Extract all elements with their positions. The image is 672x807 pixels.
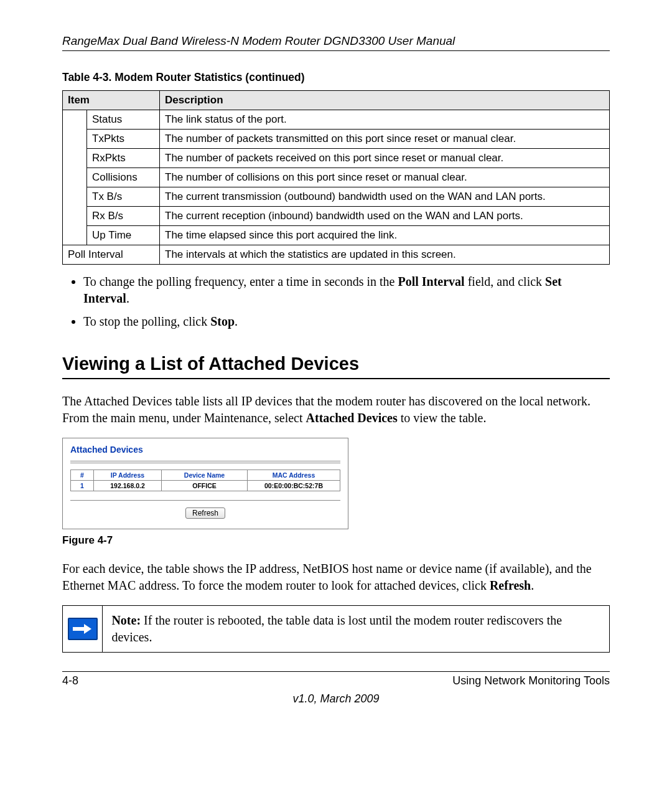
td-num: 1	[71, 481, 94, 491]
paragraph: The Attached Devices table lists all IP …	[62, 393, 610, 427]
row-desc: The number of packets transmitted on thi…	[160, 130, 610, 149]
note-text: Note: If the router is rebooted, the tab…	[103, 606, 609, 652]
text: If the router is rebooted, the table dat…	[111, 613, 562, 644]
text: to view the table.	[398, 411, 487, 425]
text: .	[126, 291, 129, 305]
list-item: To change the polling frequency, enter a…	[83, 273, 610, 307]
bold-text: Poll Interval	[398, 275, 464, 288]
text: To stop the polling, click	[83, 314, 210, 328]
row-desc: The number of packets received on this p…	[160, 149, 610, 168]
th-device-name: Device Name	[162, 470, 248, 481]
td-mac: 00:E0:00:BC:52:7B	[248, 481, 340, 491]
running-header: RangeMax Dual Band Wireless-N Modem Rout…	[62, 34, 610, 48]
text: To change the polling frequency, enter a…	[83, 275, 398, 288]
bold-text: Attached Devices	[306, 411, 398, 425]
th-ip: IP Address	[94, 470, 162, 481]
refresh-button[interactable]: Refresh	[185, 507, 225, 519]
version-date: v1.0, March 2009	[62, 692, 610, 706]
bold-text: Stop	[210, 314, 235, 328]
row-desc: The link status of the port.	[160, 110, 610, 130]
header-rule	[62, 50, 610, 51]
row-item: RxPkts	[87, 149, 160, 168]
text: field, and click	[465, 275, 545, 288]
row-item: Tx B/s	[87, 187, 160, 207]
td-device-name: OFFICE	[162, 481, 248, 491]
note-label: Note:	[111, 613, 141, 627]
row-item-poll: Poll Interval	[63, 245, 160, 265]
attached-devices-figure: Attached Devices # IP Address Device Nam…	[62, 438, 348, 529]
section-heading: Viewing a List of Attached Devices	[62, 354, 610, 374]
bullet-list: To change the polling frequency, enter a…	[62, 273, 610, 330]
paragraph: For each device, the table shows the IP …	[62, 560, 610, 594]
row-item: Up Time	[87, 226, 160, 245]
note-icon-cell	[63, 606, 102, 652]
figure-rules	[70, 461, 340, 463]
figure-title: Attached Devices	[70, 445, 340, 455]
bold-text: Refresh	[490, 578, 531, 592]
footer-row: 4-8 Using Network Monitoring Tools	[62, 674, 610, 687]
row-desc-poll: The intervals at which the statistics ar…	[160, 245, 610, 265]
row-item: TxPkts	[87, 130, 160, 149]
th-num: #	[71, 470, 94, 481]
attached-devices-table: # IP Address Device Name MAC Address 1 1…	[70, 470, 340, 491]
table-caption: Table 4-3. Modem Router Statistics (cont…	[62, 71, 610, 84]
td-ip: 192.168.0.2	[94, 481, 162, 491]
arrow-right-icon	[68, 618, 98, 640]
th-description: Description	[160, 91, 610, 110]
row-item: Collisions	[87, 168, 160, 187]
text: .	[235, 314, 238, 328]
row-desc: The current reception (inbound) bandwidt…	[160, 207, 610, 226]
row-desc: The current transmission (outbound) band…	[160, 187, 610, 207]
section-name: Using Network Monitoring Tools	[452, 674, 610, 687]
row-desc: The number of collisions on this port si…	[160, 168, 610, 187]
stats-table: Item Description StatusThe link status o…	[62, 90, 610, 265]
note-box: Note: If the router is rebooted, the tab…	[62, 605, 610, 653]
list-item: To stop the polling, click Stop.	[83, 313, 610, 330]
row-desc: The time elapsed since this port acquire…	[160, 226, 610, 245]
th-item: Item	[63, 91, 160, 110]
th-mac: MAC Address	[248, 470, 340, 481]
row-item: Status	[87, 110, 160, 130]
text: .	[531, 578, 534, 592]
figure-rule-bottom	[70, 500, 340, 501]
figure-caption: Figure 4-7	[62, 534, 610, 547]
section-rule	[62, 378, 610, 379]
footer-rule	[62, 671, 610, 672]
row-item: Rx B/s	[87, 207, 160, 226]
page-number: 4-8	[62, 674, 78, 687]
